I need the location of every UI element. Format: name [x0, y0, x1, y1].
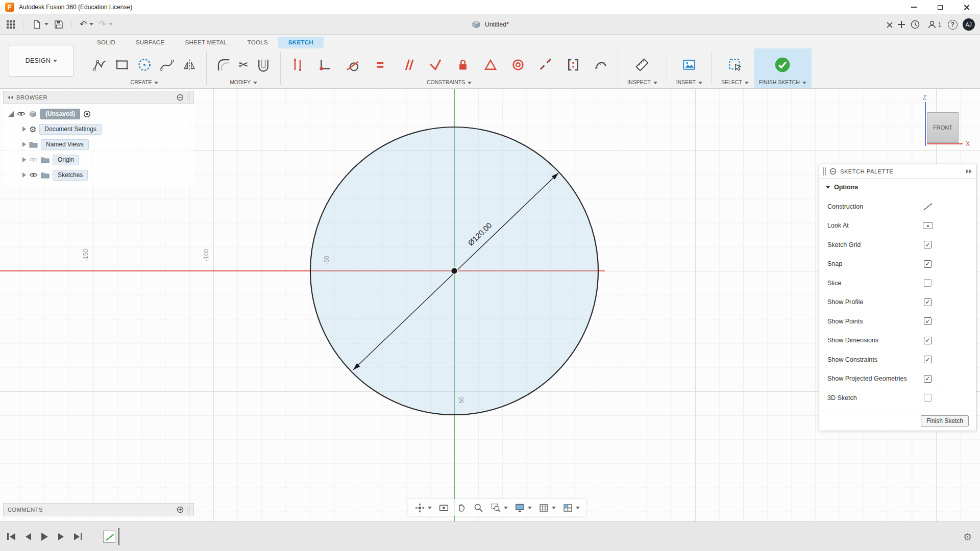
collapse-panel-right-icon[interactable] — [966, 169, 972, 173]
browser-root-label[interactable]: (Unsaved) — [40, 109, 80, 119]
timeline-step-back-button[interactable] — [26, 533, 31, 540]
viewports-button[interactable] — [562, 503, 580, 513]
job-status-icon[interactable] — [910, 19, 920, 30]
slice-checkbox[interactable] — [924, 279, 932, 287]
collinear-constraint-icon[interactable] — [538, 57, 553, 72]
grid-settings-button[interactable] — [538, 503, 556, 513]
timeline-sketch-feature[interactable] — [103, 531, 115, 543]
group-label-insert[interactable]: INSERT — [676, 77, 702, 85]
activate-radio-icon[interactable] — [83, 110, 91, 118]
circle-tool-icon[interactable] — [137, 57, 152, 72]
group-label-modify[interactable]: MODIFY — [216, 77, 271, 85]
circle-plus-icon[interactable] — [177, 506, 184, 513]
show-points-checkbox[interactable] — [924, 317, 932, 325]
group-label-select[interactable]: SELECT — [721, 77, 749, 85]
orbit-button[interactable] — [414, 503, 432, 513]
timeline-settings-gear-icon[interactable] — [963, 522, 972, 551]
redo-button[interactable]: ↷ — [97, 18, 114, 31]
browser-root-row[interactable]: (Unsaved) — [3, 106, 194, 121]
panel-grip[interactable] — [187, 93, 189, 102]
close-button[interactable] — [953, 0, 980, 14]
browser-row-document-settings[interactable]: Document Settings — [3, 121, 194, 137]
show-profile-checkbox[interactable] — [924, 298, 932, 306]
visibility-eye-icon[interactable] — [29, 172, 38, 178]
sketch-grid-checkbox[interactable] — [924, 241, 932, 248]
timeline-play-button[interactable] — [41, 533, 48, 541]
panel-grip[interactable] — [823, 167, 826, 176]
notifications-button[interactable]: 1 — [925, 17, 943, 32]
tab-tools[interactable]: TOOLS — [237, 37, 278, 48]
expand-arrow-icon[interactable] — [22, 157, 26, 162]
browser-row-sketches[interactable]: Sketches — [3, 167, 194, 183]
timeline-step-forward-button[interactable] — [58, 533, 64, 540]
show-projected-geometries-checkbox[interactable] — [924, 375, 932, 383]
zoom-window-button[interactable] — [491, 503, 508, 513]
rectangle-tool-icon[interactable] — [114, 57, 130, 72]
look-at-button[interactable] — [438, 503, 449, 513]
circle-minus-icon[interactable] — [829, 168, 837, 175]
group-label-finish-sketch[interactable]: FINISH SKETCH — [759, 77, 806, 85]
help-button[interactable]: ? — [948, 20, 958, 30]
midpoint-constraint-icon[interactable] — [483, 57, 498, 72]
new-document-tab-button[interactable] — [898, 21, 905, 28]
measure-tool-icon[interactable] — [634, 57, 650, 72]
mirror-tool-icon[interactable] — [182, 57, 197, 72]
group-label-inspect[interactable]: INSPECT — [627, 77, 657, 85]
browser-item-label[interactable]: Origin — [53, 155, 79, 165]
concentric-constraint-icon[interactable] — [510, 57, 526, 72]
panel-grip[interactable] — [187, 506, 189, 514]
options-section-header[interactable]: Options — [819, 179, 976, 194]
browser-row-named-views[interactable]: Named Views — [3, 137, 194, 152]
browser-item-label[interactable]: Named Views — [41, 139, 89, 150]
expand-arrow-icon[interactable] — [22, 127, 26, 132]
comments-header[interactable]: COMMENTS — [3, 503, 194, 516]
collapse-panel-icon[interactable] — [8, 95, 13, 99]
tab-sketch[interactable]: SKETCH — [278, 37, 324, 48]
show-dimensions-checkbox[interactable] — [924, 337, 932, 344]
parallel-constraint-icon[interactable] — [400, 57, 415, 72]
tab-surface[interactable]: SURFACE — [126, 37, 175, 48]
expand-arrow-icon[interactable] — [22, 172, 26, 178]
view-cube[interactable]: Z FRONT X — [914, 93, 975, 149]
timeline-skip-end-button[interactable] — [74, 533, 82, 540]
horizontal-vertical-constraint-icon[interactable] — [290, 57, 305, 72]
trim-tool-icon[interactable] — [238, 58, 249, 72]
insert-image-icon[interactable] — [681, 57, 697, 72]
minimize-button[interactable] — [900, 0, 927, 14]
perpendicular-constraint-icon[interactable] — [428, 57, 443, 72]
show-constraints-checkbox[interactable] — [924, 356, 932, 363]
timeline-skip-start-button[interactable] — [7, 533, 15, 540]
workspace-switcher[interactable]: DESIGN — [9, 45, 74, 77]
browser-item-label[interactable]: Sketches — [53, 170, 88, 181]
lookat-icon[interactable] — [923, 222, 933, 229]
offset-tool-icon[interactable] — [256, 57, 271, 72]
save-button[interactable] — [52, 17, 65, 32]
group-label-create[interactable]: CREATE — [92, 77, 197, 85]
select-tool-icon[interactable] — [727, 57, 743, 72]
close-document-tab-button[interactable] — [886, 21, 893, 28]
dimension-line[interactable] — [353, 173, 558, 370]
user-avatar[interactable]: AJ — [963, 18, 975, 31]
app-menu-button[interactable] — [4, 17, 17, 32]
circle-minus-icon[interactable] — [177, 94, 184, 101]
tab-sheet-metal[interactable]: SHEET METAL — [175, 37, 237, 48]
fillet-tool-icon[interactable] — [216, 57, 231, 72]
finish-sketch-icon[interactable] — [773, 56, 792, 74]
fix-constraint-icon[interactable] — [455, 57, 471, 72]
browser-row-origin[interactable]: Origin — [3, 152, 194, 167]
expand-arrow-icon[interactable] — [22, 142, 26, 147]
snap-checkbox[interactable] — [924, 260, 932, 268]
visibility-eye-icon[interactable] — [17, 111, 26, 117]
equal-constraint-icon[interactable] — [373, 57, 388, 72]
group-label-constraints[interactable]: CONSTRAINTS — [290, 77, 608, 85]
browser-item-label[interactable]: Document Settings — [39, 124, 101, 135]
file-menu-button[interactable] — [30, 17, 50, 32]
document-tab[interactable]: Untitled* — [485, 21, 509, 28]
viewcube-front-face[interactable]: FRONT — [927, 112, 959, 143]
visibility-eye-off-icon[interactable] — [29, 157, 38, 163]
coincident-constraint-icon[interactable] — [317, 57, 333, 72]
viewport-canvas[interactable]: Ø120.00 -150 -100 -50 50 Z FRONT X BROWS… — [0, 89, 980, 521]
finish-sketch-button[interactable]: Finish Sketch — [921, 415, 969, 427]
tangent-constraint-icon[interactable] — [345, 57, 360, 72]
timeline-position-marker[interactable] — [118, 528, 119, 545]
